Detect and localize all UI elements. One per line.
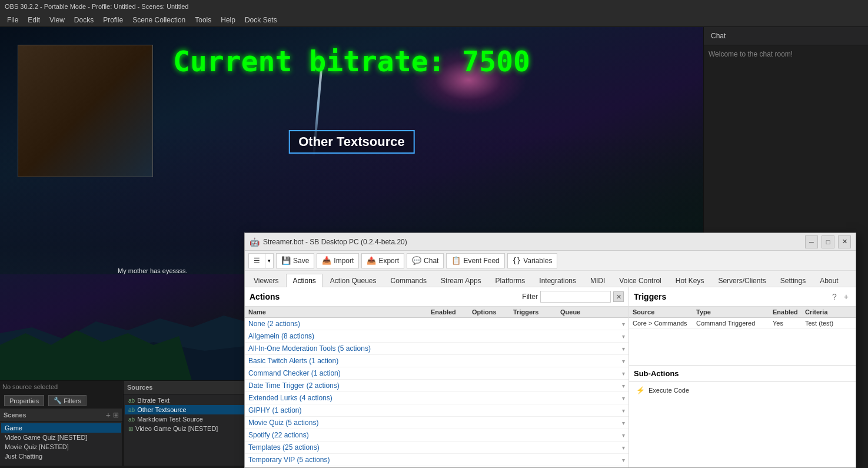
menu-profile[interactable]: Profile	[98, 15, 128, 25]
trigger-col-enabled: Enabled	[773, 308, 805, 316]
toolbar-menu-arrow[interactable]: ▾	[265, 253, 274, 268]
triggers-actions: ? +	[830, 291, 851, 303]
properties-button[interactable]: Properties	[4, 395, 44, 406]
tab-servers-clients[interactable]: Servers/Clients	[711, 274, 772, 287]
chat-icon: 💬	[412, 256, 421, 265]
scenes-panel: Scenes + ⊞ Game Video Game Quiz [NESTED]…	[0, 409, 123, 466]
action-group-allgemein[interactable]: Allgemein (8 actions) ▾	[245, 330, 628, 343]
action-group-movie-quiz[interactable]: Movie Quiz (5 actions) ▾	[245, 417, 628, 429]
sb-window-title: Streamer.bot - SB Desktop PC (0.2.4-beta…	[263, 238, 407, 246]
menu-view[interactable]: View	[45, 15, 69, 25]
action-group-lurks[interactable]: Extended Lurks (4 actions) ▾	[245, 392, 628, 404]
scene-item-just-chatting[interactable]: Just Chatting	[1, 452, 121, 461]
action-group-none[interactable]: None (2 actions) ▾	[245, 318, 628, 330]
action-group-command-checker[interactable]: Command Checker (1 action) ▾	[245, 367, 628, 380]
window-title: OBS 30.2.2 - Portable Mode - Profile: Un…	[5, 3, 863, 10]
tab-viewers[interactable]: Viewers	[247, 274, 285, 287]
filters-button[interactable]: 🔧 Filters	[48, 395, 87, 406]
toolbar-menu-split: ☰ ▾	[248, 253, 274, 268]
tab-voice-control[interactable]: Voice Control	[613, 274, 667, 287]
actions-list: None (2 actions) ▾ Allgemein (8 actions)…	[245, 318, 628, 467]
trigger-col-source: Source	[633, 308, 696, 316]
scene-item-video-quiz[interactable]: Video Game Quiz [NESTED]	[1, 433, 121, 442]
titlebar: OBS 30.2.2 - Portable Mode - Profile: Un…	[0, 0, 868, 13]
triggers-table-header: Source Type Enabled Criteria	[629, 307, 856, 318]
minimize-button[interactable]: ─	[805, 235, 818, 248]
expand-arrow: ▾	[622, 407, 625, 414]
filter-input[interactable]	[540, 291, 611, 303]
menu-scene-collection[interactable]: Scene Collection	[128, 15, 190, 25]
actions-pane: Actions Filter ✕ Name Enabled Options Tr…	[245, 287, 629, 467]
tab-hot-keys[interactable]: Hot Keys	[669, 274, 711, 287]
chat-button[interactable]: 💬 Chat	[407, 253, 444, 268]
tab-settings[interactable]: Settings	[774, 274, 812, 287]
filter-clear-button[interactable]: ✕	[613, 291, 624, 302]
tab-midi[interactable]: MIDI	[584, 274, 611, 287]
sb-title-area: 🤖 Streamer.bot - SB Desktop PC (0.2.4-be…	[250, 237, 805, 247]
triggers-add-button[interactable]: +	[842, 291, 851, 303]
menu-dock-sets[interactable]: Dock Sets	[240, 15, 282, 25]
actions-table-header: Name Enabled Options Triggers Queue	[245, 307, 628, 318]
action-group-templates[interactable]: Templates (25 actions) ▾	[245, 442, 628, 454]
source-action-buttons: Properties 🔧 Filters	[0, 393, 123, 409]
tab-platforms[interactable]: Platforms	[489, 274, 532, 287]
event-feed-icon: 📋	[451, 256, 461, 265]
tab-integrations[interactable]: Integrations	[533, 274, 583, 287]
tab-commands[interactable]: Commands	[384, 274, 433, 287]
triggers-pane: Triggers ? + Source Type Enabled Criteri…	[629, 287, 856, 467]
expand-arrow: ▾	[622, 457, 625, 463]
variables-button[interactable]: {} Variables	[507, 253, 558, 268]
other-textsource[interactable]: Other Textsource	[288, 130, 415, 154]
trigger-col-type: Type	[696, 308, 773, 316]
subaction-item-0[interactable]: ⚡ Execute Code	[633, 384, 852, 396]
col-name: Name	[248, 308, 431, 316]
close-button[interactable]: ✕	[838, 235, 851, 248]
action-group-datetime[interactable]: Date Time Trigger (2 actions) ▾	[245, 380, 628, 392]
subactions-list: ⚡ Execute Code	[629, 382, 856, 467]
tab-stream-apps[interactable]: Stream Apps	[434, 274, 488, 287]
toolbar-menu-btn[interactable]: ☰	[248, 253, 265, 268]
menu-edit[interactable]: Edit	[23, 15, 45, 25]
expand-arrow: ▾	[622, 383, 625, 389]
streamerbot-window: 🤖 Streamer.bot - SB Desktop PC (0.2.4-be…	[244, 233, 856, 468]
filter-label: Filter	[522, 293, 538, 301]
filter-icon: 🔧	[54, 397, 62, 404]
action-group-twitch-alerts[interactable]: Basic Twitch Alerts (1 action) ▾	[245, 355, 628, 367]
chat-header: Chat	[704, 27, 868, 45]
save-icon: 💾	[281, 256, 291, 265]
action-group-giphy[interactable]: GIPHY (1 action) ▾	[245, 404, 628, 417]
expand-arrow: ▾	[622, 370, 625, 377]
sb-nav-tabs: Viewers Actions Action Queues Commands S…	[245, 271, 856, 287]
menu-help[interactable]: Help	[216, 15, 240, 25]
scenes-panel-header: Scenes + ⊞	[0, 409, 122, 422]
tab-about[interactable]: About	[813, 274, 844, 287]
scenes-list: Game Video Game Quiz [NESTED] Movie Quiz…	[0, 422, 122, 466]
scene-item-game[interactable]: Game	[1, 423, 121, 433]
sb-body: Actions Filter ✕ Name Enabled Options Tr…	[245, 287, 856, 467]
triggers-list: Core > Commands Command Triggered Yes Te…	[629, 318, 856, 365]
maximize-button[interactable]: □	[822, 235, 834, 248]
trigger-row-0[interactable]: Core > Commands Command Triggered Yes Te…	[629, 318, 856, 329]
import-button[interactable]: 📥 Import	[317, 253, 359, 268]
scenes-title: Scenes	[4, 411, 106, 419]
action-group-moderation[interactable]: All-In-One Moderation Tools (5 actions) …	[245, 343, 628, 355]
menu-file[interactable]: File	[2, 15, 23, 25]
save-button[interactable]: 💾 Save	[276, 253, 314, 268]
action-group-temp-vip[interactable]: Temporary VIP (5 actions) ▾	[245, 454, 628, 466]
source-status-area: No source selected Properties 🔧 Filters …	[0, 381, 124, 466]
export-button[interactable]: 📤 Export	[361, 253, 404, 268]
menu-docks[interactable]: Docks	[69, 15, 98, 25]
subactions-title: Sub-Actions	[634, 369, 851, 378]
menu-tools[interactable]: Tools	[190, 15, 216, 25]
action-group-spotify[interactable]: Spotify (22 actions) ▾	[245, 429, 628, 442]
triggers-help-button[interactable]: ?	[830, 291, 839, 303]
tab-action-queues[interactable]: Action Queues	[324, 274, 383, 287]
scenes-options-icon[interactable]: ⊞	[113, 411, 119, 419]
event-feed-button[interactable]: 📋 Event Feed	[446, 253, 504, 268]
tab-actions[interactable]: Actions	[286, 274, 322, 287]
scenes-add-icon[interactable]: +	[106, 410, 111, 420]
col-extra	[607, 308, 625, 316]
expand-arrow: ▾	[622, 420, 625, 426]
expand-arrow: ▾	[622, 395, 625, 401]
scene-item-movie-quiz[interactable]: Movie Quiz [NESTED]	[1, 442, 121, 452]
